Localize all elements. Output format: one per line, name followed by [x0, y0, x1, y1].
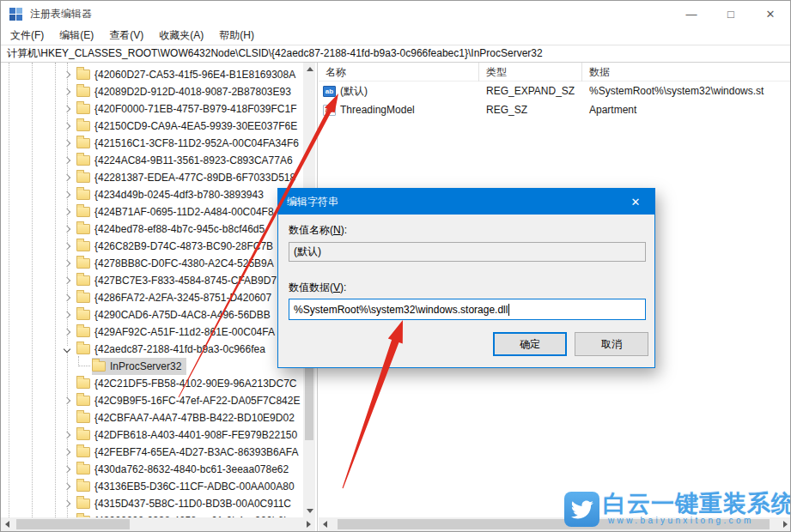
tree-item-body[interactable]: {42DFB618-A403-4401-908F-FE979B22150 [76, 426, 302, 444]
tree-item[interactable]: {4224AC84-9B11-3561-8923-C893CA77A6 [1, 152, 303, 169]
chevron-collapsed-icon[interactable] [64, 89, 70, 95]
chevron-collapsed-icon[interactable] [64, 329, 70, 336]
column-header-data[interactable]: 数据 [582, 63, 791, 82]
tree-item-body[interactable]: {426C82B9-D74C-4873-BC90-28FC7B [76, 238, 278, 255]
chevron-expanded-icon[interactable] [64, 347, 70, 353]
chevron-collapsed-icon[interactable] [64, 450, 70, 456]
tree-item-body[interactable]: {42C9B9F5-16FC-47ef-AF22-DA05F7C842E [76, 392, 303, 409]
tree-item[interactable]: {426C82B9-D74C-4873-BC90-28FC7B [1, 238, 303, 255]
tree-item-body[interactable]: {4224AC84-9B11-3561-8923-C893CA77A6 [76, 152, 298, 169]
tree-item-body[interactable]: {42089D2D-912D-4018-9087-2B87803E93 [76, 83, 296, 100]
tree-item-body[interactable]: {4315D437-5B8C-11D0-BD3B-00A0C911C [76, 495, 296, 512]
chevron-collapsed-icon[interactable] [64, 106, 70, 112]
tree-item[interactable]: {421516C1-3CF8-11D2-952A-00C04FA34F6 [1, 135, 303, 152]
tree-item-body[interactable]: {429AF92C-A51F-11d2-861E-00C04FA [76, 323, 280, 341]
chevron-collapsed-icon[interactable] [64, 244, 70, 250]
tree-horizontal-scrollbar[interactable] [1, 517, 315, 531]
tree-item[interactable]: {42150CD9-CA9A-4EA5-9939-30EE037F6E [1, 118, 303, 135]
tree-item[interactable]: {420F0000-71EB-4757-B979-418F039FC1F [1, 100, 303, 118]
menu-item[interactable]: 文件(F) [3, 27, 52, 45]
tree-item-body[interactable]: {4234d49b-0245-4df3-b780-3893943 [76, 186, 269, 203]
chevron-collapsed-icon[interactable] [64, 295, 70, 301]
tree-item-body[interactable]: {424B71AF-0695-11D2-A484-00C04F8 [76, 203, 279, 221]
chevron-collapsed-icon[interactable] [64, 312, 70, 318]
tree-item-body[interactable]: {420F0000-71EB-4757-B979-418F039FC1F [76, 100, 302, 118]
tree-item[interactable]: {424B71AF-0695-11D2-A484-00C04F8 [1, 203, 303, 221]
tree-item[interactable]: {43136EB5-D36C-11CF-ADBC-00AA00A80 [1, 478, 303, 495]
scroll-left-icon[interactable] [5, 521, 9, 528]
tree-item-body[interactable]: {42281387-EDEA-477C-89DB-6F7033D518 [76, 169, 301, 186]
tree-item-body[interactable]: {4286FA72-A2FA-3245-8751-D420607 [76, 289, 277, 306]
tree-item-body[interactable]: {43136EB5-D36C-11CF-ADBC-00AA00A80 [76, 478, 300, 495]
tree-item[interactable]: {429AF92C-A51F-11d2-861E-00C04FA [1, 323, 303, 341]
tree-item[interactable]: {424bed78-ef88-4b7c-945c-b8cf46d5 [1, 221, 303, 238]
menu-item[interactable]: 收藏夹(A) [151, 27, 211, 45]
tree-item-body[interactable]: {42CBFAA7-A4A7-47BB-B422-BD10E9D02 [76, 409, 300, 426]
chevron-collapsed-icon[interactable] [64, 227, 70, 233]
chevron-collapsed-icon[interactable] [64, 72, 70, 78]
scrollbar-thumb[interactable] [16, 519, 130, 529]
tree-item[interactable]: {4286FA72-A2FA-3245-8751-D420607 [1, 289, 303, 306]
chevron-collapsed-icon[interactable] [64, 209, 70, 215]
tree-item[interactable]: {427BC7E3-F833-4584-8745-CFAB9D7 [1, 272, 303, 289]
chevron-collapsed-icon[interactable] [64, 484, 70, 490]
chevron-collapsed-icon[interactable] [64, 158, 70, 164]
chevron-collapsed-icon[interactable] [64, 278, 70, 284]
tree-item-body[interactable]: {42FEBF74-65EA-4D27-B3AC-86393B6AFA [76, 444, 303, 461]
tree-item[interactable]: {42C21DF5-FB58-4102-90E9-96A213DC7C [1, 375, 303, 392]
tree-item[interactable]: {430da762-8632-4840-bc61-3eeaa078e62 [1, 461, 303, 478]
column-header-name[interactable]: 名称 [319, 63, 479, 82]
tree-item-body[interactable]: {4290CAD6-A75D-4AC8-A496-56DBB [76, 306, 276, 323]
menu-item[interactable]: 查看(V) [101, 27, 151, 45]
dialog-close-icon[interactable]: ✕ [617, 189, 654, 215]
chevron-collapsed-icon[interactable] [64, 175, 70, 181]
tree-item[interactable]: {4290CAD6-A75D-4AC8-A496-56DBB [1, 306, 303, 323]
tree-item-body[interactable]: InProcServer32 [92, 358, 186, 375]
scroll-left-icon[interactable] [323, 521, 327, 528]
value-row[interactable]: abThreadingModelREG_SZApartment [319, 100, 791, 119]
chevron-collapsed-icon[interactable] [64, 261, 70, 267]
tree-item[interactable]: {42060D27-CA53-41f5-96E4-B1E8169308A [1, 66, 303, 83]
value-name-field[interactable]: (默认) [289, 242, 646, 262]
dialog-title-bar[interactable]: 编辑字符串 ✕ [278, 189, 654, 215]
tree-item-body[interactable]: {42150CD9-CA9A-4EA5-9939-30EE037F6E [76, 118, 302, 135]
tree-item[interactable]: {42DFB618-A403-4401-908F-FE979B22150 [1, 426, 303, 444]
tree-item-body[interactable]: {430da762-8632-4840-bc61-3eeaa078e62 [76, 461, 294, 478]
value-row[interactable]: ab(默认)REG_EXPAND_SZ%SystemRoot%\system32… [319, 82, 791, 100]
close-button[interactable]: ✕ [751, 1, 790, 27]
cancel-button[interactable]: 取消 [575, 332, 648, 356]
menu-item[interactable]: 编辑(E) [52, 27, 101, 45]
tree-item[interactable]: {42aedc87-2188-41fd-b9a3-0c966fea [1, 341, 303, 358]
chevron-collapsed-icon[interactable] [64, 192, 70, 198]
tree-item[interactable]: {42CBFAA7-A4A7-47BB-B422-BD10E9D02 [1, 409, 303, 426]
tree-item[interactable]: {42089D2D-912D-4018-9087-2B87803E93 [1, 83, 303, 100]
scroll-right-icon[interactable] [307, 521, 311, 528]
scroll-down-icon[interactable] [307, 509, 313, 513]
address-bar[interactable]: 计算机\HKEY_CLASSES_ROOT\WOW6432Node\CLSID\… [1, 45, 790, 63]
tree-item-body[interactable]: {424bed78-ef88-4b7c-945c-b8cf46d5 [76, 221, 270, 238]
chevron-collapsed-icon[interactable] [64, 141, 70, 147]
chevron-collapsed-icon[interactable] [64, 124, 70, 130]
tree-item-body[interactable]: {427BC7E3-F833-4584-8745-CFAB9D7 [76, 272, 282, 289]
chevron-collapsed-icon[interactable] [64, 501, 70, 507]
tree-item-body[interactable]: {42aedc87-2188-41fd-b9a3-0c966fea [76, 341, 271, 358]
chevron-collapsed-icon[interactable] [64, 398, 70, 404]
chevron-collapsed-icon[interactable] [64, 467, 70, 473]
tree-item[interactable]: {42C9B9F5-16FC-47ef-AF22-DA05F7C842E [1, 392, 303, 409]
tree-item[interactable]: {4234d49b-0245-4df3-b780-3893943 [1, 186, 303, 203]
column-header-type[interactable]: 类型 [479, 63, 582, 82]
tree-item-body[interactable]: {421516C1-3CF8-11D2-952A-00C04FA34F6 [76, 135, 303, 152]
tree-item[interactable]: {4278BB8C-D0FC-4380-A2C4-525B9A [1, 255, 303, 272]
tree-item-body[interactable]: {42C21DF5-FB58-4102-90E9-96A213DC7C [76, 375, 301, 392]
ok-button[interactable]: 确定 [493, 332, 567, 356]
tree-item[interactable]: InProcServer32 [1, 358, 303, 375]
tree-item[interactable]: {42281387-EDEA-477C-89DB-6F7033D518 [1, 169, 303, 186]
tree-item[interactable]: {42FEBF74-65EA-4D27-B3AC-86393B6AFA [1, 444, 303, 461]
tree-item[interactable]: {4315D437-5B8C-11D0-BD3B-00A0C911C [1, 495, 303, 512]
value-data-field[interactable]: %SystemRoot%\system32\windows.storage.dl… [289, 299, 646, 320]
chevron-collapsed-icon[interactable] [64, 432, 70, 438]
maximize-button[interactable]: □ [711, 1, 751, 27]
tree-item-body[interactable]: {42060D27-CA53-41f5-96E4-B1E8169308A [76, 66, 301, 83]
minimize-button[interactable]: — [672, 1, 711, 27]
menu-item[interactable]: 帮助(H) [211, 27, 262, 45]
